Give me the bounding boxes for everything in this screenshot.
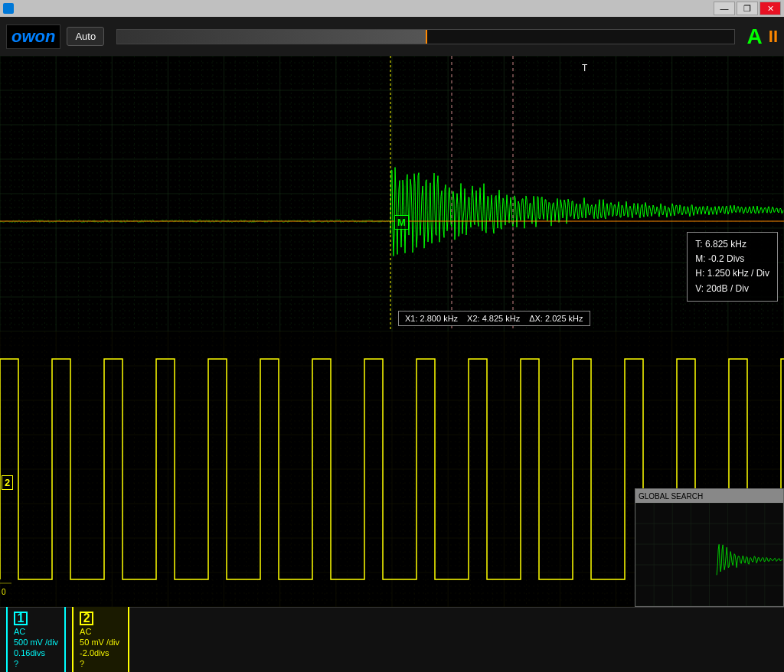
h-value: H: 1.250 kHz / Div <box>695 266 769 281</box>
fft-canvas <box>0 56 784 331</box>
auto-button[interactable]: Auto <box>67 27 104 46</box>
ch1-number: 1 <box>14 612 28 625</box>
run-indicator: A <box>747 24 763 49</box>
toolbar: owon Auto A II <box>0 17 784 56</box>
ch2-voltage: 50 mV /div <box>80 638 122 647</box>
window-controls[interactable]: — ❐ ✕ <box>714 2 781 15</box>
ch1-probe: ? <box>14 659 58 668</box>
cursor-readout: X1: 2.800 kHz X2: 4.825 kHz ΔX: 2.025 kH… <box>398 311 590 326</box>
time-panel: 2 GLOBAL SEARCH <box>0 331 784 607</box>
ch1-info: 1 AC 500 mV /div 0.16divs ? <box>6 605 66 672</box>
v-value: V: 20dB / Div <box>695 282 769 296</box>
main-area: owon Auto A II T: 6.825 kHz M: -0.2 Divs… <box>0 17 784 672</box>
maximize-button[interactable]: ❐ <box>737 2 758 15</box>
app-icon <box>3 3 14 14</box>
fft-panel: T: 6.825 kHz M: -0.2 Divs H: 1.250 kHz /… <box>0 56 784 331</box>
pause-indicator: II <box>769 27 778 47</box>
close-button[interactable]: ✕ <box>760 2 781 15</box>
ch2-info: 2 AC 50 mV /div -2.0divs ? <box>72 605 129 672</box>
ch2-coupling: AC <box>80 627 122 636</box>
ch2-marker: 2 <box>2 475 13 490</box>
minimize-button[interactable]: — <box>714 2 735 15</box>
trigger-marker <box>426 30 427 44</box>
titlebar-left <box>3 3 17 14</box>
m-value: M: -0.2 Divs <box>695 252 769 266</box>
x1-readout: X1: 2.800 kHz <box>405 314 458 323</box>
thumbnail-titlebar: GLOBAL SEARCH <box>635 489 783 503</box>
thumbnail-title: GLOBAL SEARCH <box>639 492 703 501</box>
ch1-offset: 0.16divs <box>14 648 58 657</box>
t-value: T: 6.825 kHz <box>695 237 769 252</box>
owon-logo: owon <box>6 24 60 49</box>
progress-bar <box>116 29 734 44</box>
progress-fill <box>117 30 426 44</box>
bottom-bar: 1 AC 500 mV /div 0.16divs ? 2 AC 50 mV /… <box>0 607 784 672</box>
display-area: T: 6.825 kHz M: -0.2 Divs H: 1.250 kHz /… <box>0 56 784 672</box>
info-box: T: 6.825 kHz M: -0.2 Divs H: 1.250 kHz /… <box>687 232 778 302</box>
dx-readout: ΔX: 2.025 kHz <box>529 314 583 323</box>
x2-readout: X2: 4.825 kHz <box>467 314 520 323</box>
m-marker: M <box>394 215 409 230</box>
ch1-voltage: 500 mV /div <box>14 638 58 647</box>
thumbnail-window: GLOBAL SEARCH <box>635 488 784 607</box>
ch2-offset: -2.0divs <box>80 648 122 657</box>
ch2-number: 2 <box>80 612 93 625</box>
ch2-probe: ? <box>80 659 122 668</box>
titlebar: — ❐ ✕ <box>0 0 784 17</box>
thumbnail-canvas <box>635 503 783 606</box>
ch1-coupling: AC <box>14 627 58 636</box>
